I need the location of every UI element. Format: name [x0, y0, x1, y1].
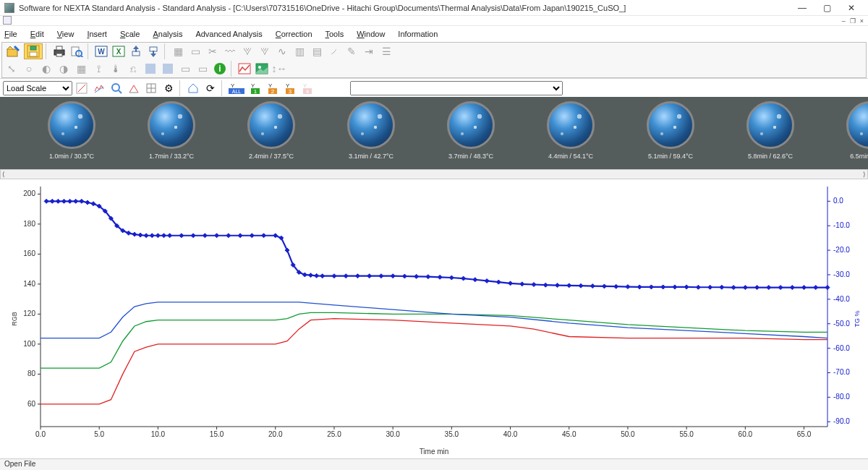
export-word-button[interactable]: W — [93, 43, 109, 59]
menu-tools[interactable]: Tools — [326, 30, 344, 38]
svg-text:ALL: ALL — [232, 89, 242, 94]
menu-insert[interactable]: Insert — [87, 30, 107, 38]
thumbnail[interactable]: 3.1min / 42.7°C — [321, 101, 421, 160]
scroll-left-icon[interactable]: ⟨ — [2, 171, 5, 178]
tool2-d[interactable]: ◑ — [56, 61, 72, 77]
toolbar: W X ▦ ▭ ✂ 〰 ⩔ ⩔ ∿ ▥ ▤ ⟋ ✎ ⇥ ☰ ⤡ ○ ◐ ◑ ▦ … — [1, 42, 867, 78]
save-button[interactable] — [24, 43, 43, 59]
scale-grid-button[interactable] — [143, 80, 159, 96]
tool2-i[interactable]: ▭ — [195, 61, 210, 77]
tool-curve2-button[interactable]: ⩔ — [239, 43, 255, 59]
info-button[interactable]: i — [212, 61, 228, 77]
mdi-restore-icon[interactable]: ❐ — [850, 17, 856, 25]
tool2-b[interactable]: ○ — [21, 61, 37, 77]
tool2-c[interactable]: ◐ — [38, 61, 54, 77]
scale-zoom-button[interactable] — [109, 80, 124, 96]
menu-edit[interactable]: Edit — [30, 30, 44, 38]
svg-rect-6 — [56, 54, 62, 56]
tool-misc-button[interactable]: ☰ — [378, 43, 394, 59]
close-button[interactable]: ✕ — [839, 1, 864, 15]
tool-paste-button[interactable]: ▭ — [187, 43, 203, 59]
mdi-controls: – ❐ × — [0, 16, 868, 26]
scale-btn-2[interactable] — [91, 80, 107, 96]
scale-refresh-button[interactable]: ⟳ — [203, 80, 218, 96]
tool2-blue1[interactable] — [142, 61, 158, 77]
menu-advanced-analysis[interactable]: Advanced Analysis — [195, 30, 262, 38]
tool2-blue2[interactable] — [160, 61, 176, 77]
chart-toggle-button[interactable] — [237, 61, 252, 77]
svg-text:50.0: 50.0 — [621, 430, 635, 438]
thumbnail[interactable]: 1.7min / 33.2°C — [122, 101, 221, 160]
mdi-close-icon[interactable]: × — [860, 17, 864, 25]
chart-area[interactable]: 60801001201401601802000.0-10.0-20.0-30.0… — [0, 179, 868, 458]
y3-button[interactable]: Y3 — [282, 80, 298, 96]
print-button[interactable] — [51, 43, 67, 59]
export-up-button[interactable] — [128, 43, 144, 59]
tool2-arrows[interactable]: ↕↔ — [271, 61, 287, 77]
open-button[interactable] — [4, 43, 22, 59]
series-select[interactable] — [350, 81, 563, 95]
export-excel-button[interactable]: X — [111, 43, 127, 59]
scale-select[interactable]: Load Scale — [3, 81, 72, 95]
tool2-temp-icon[interactable]: 🌡 — [108, 61, 124, 77]
menu-scale[interactable]: Scale — [120, 30, 140, 38]
doc-icon — [3, 16, 12, 25]
tool-peak-button[interactable]: ⟋ — [326, 43, 342, 59]
thumbnail[interactable]: 5.8min / 62.6°C — [720, 101, 820, 160]
thumbnail[interactable]: 6.5min / 64.6° — [820, 101, 868, 160]
tool-pencil-button[interactable]: ✎ — [344, 43, 359, 59]
y-all-button[interactable]: YALL — [227, 80, 246, 96]
y-axis-left-label: RGB — [11, 312, 18, 326]
svg-text:25.0: 25.0 — [327, 430, 341, 438]
thumbnail-caption: 5.8min / 62.6°C — [720, 153, 820, 160]
menu-file[interactable]: File — [4, 30, 17, 38]
svg-point-24 — [112, 84, 119, 91]
maximize-button[interactable]: ▢ — [814, 1, 839, 15]
tool-curve4-button[interactable]: ∿ — [274, 43, 290, 59]
thumbnail[interactable]: 4.4min / 54.1°C — [521, 101, 621, 160]
statusbar: Open File — [0, 458, 868, 470]
scale-btn-1[interactable] — [74, 80, 90, 96]
tool2-a[interactable]: ⤡ — [4, 61, 20, 77]
thumbnail-caption: 3.7min / 48.3°C — [421, 153, 521, 160]
tool-range-button[interactable]: ⇥ — [361, 43, 377, 59]
image-toggle-button[interactable] — [254, 61, 270, 77]
scale-gear-button[interactable]: ⚙ — [161, 80, 176, 96]
svg-text:10.0: 10.0 — [151, 430, 166, 438]
tool-cut-button[interactable]: ✂ — [205, 43, 221, 59]
svg-text:60.0: 60.0 — [739, 430, 753, 438]
thumbnail[interactable]: 3.7min / 48.3°C — [421, 101, 521, 160]
mdi-min-icon[interactable]: – — [842, 17, 846, 25]
tool2-grid[interactable]: ▦ — [73, 61, 89, 77]
y2-button[interactable]: Y2 — [265, 80, 281, 96]
svg-text:-10.0: -10.0 — [833, 221, 850, 229]
scroll-right-icon[interactable]: ⟩ — [863, 171, 866, 178]
menu-information[interactable]: Information — [398, 30, 438, 38]
tool-curve1-button[interactable]: 〰 — [222, 43, 238, 59]
y1-button[interactable]: Y1 — [247, 80, 263, 96]
scale-peak-button[interactable] — [126, 80, 142, 96]
y4-button[interactable]: Y4 — [299, 80, 315, 96]
export-down-button[interactable] — [145, 43, 161, 59]
print-preview-button[interactable] — [69, 43, 85, 59]
tool2-h[interactable]: ▭ — [177, 61, 193, 77]
svg-text:180: 180 — [23, 220, 35, 228]
gallery-scrollbar[interactable]: ⟨ ⟩ — [0, 169, 868, 179]
thumbnail[interactable]: 1.0min / 30.3°C — [22, 101, 122, 160]
tool-copy-button[interactable]: ▦ — [170, 43, 186, 59]
tool-curve3-button[interactable]: ⩔ — [257, 43, 273, 59]
svg-rect-16 — [145, 64, 156, 74]
tool-grid-button[interactable]: ▥ — [292, 43, 307, 59]
tool-grid2-button[interactable]: ▤ — [309, 43, 325, 59]
menu-analysis[interactable]: Analysis — [153, 30, 182, 38]
tool2-e[interactable]: ⟟ — [90, 61, 106, 77]
scale-home-button[interactable] — [185, 80, 201, 96]
menu-correction[interactable]: Correction — [276, 30, 312, 38]
thumbnail[interactable]: 5.1min / 59.4°C — [621, 101, 720, 160]
minimize-button[interactable]: — — [790, 1, 814, 15]
menu-view[interactable]: View — [57, 30, 75, 38]
tool2-g[interactable]: ⎌ — [125, 61, 141, 77]
thumbnail[interactable]: 2.4min / 37.5°C — [221, 101, 321, 160]
menu-window[interactable]: Window — [357, 30, 385, 38]
status-text: Open File — [4, 460, 35, 468]
